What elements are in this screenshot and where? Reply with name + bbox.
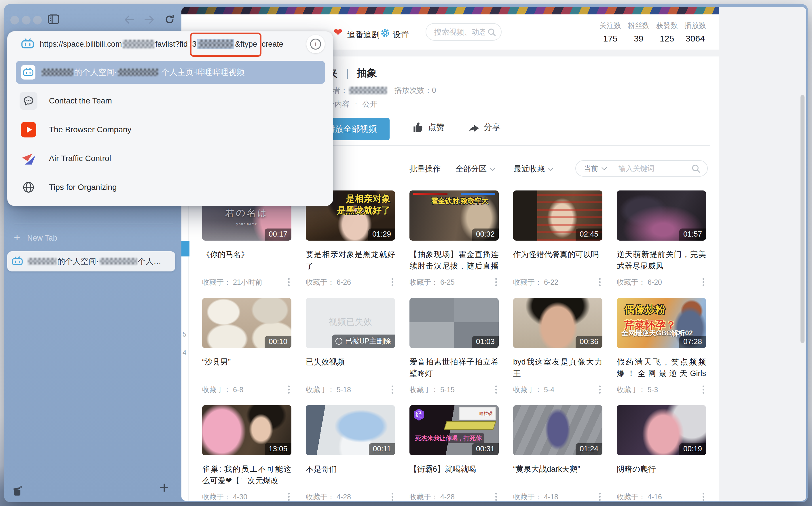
- video-card[interactable]: 00:11不是哥们收藏于： 4-28: [306, 405, 395, 475]
- video-title[interactable]: 【街霸6】就喝就喝: [409, 463, 499, 475]
- active-tab[interactable]: 的个人空间· 个人…: [7, 251, 175, 271]
- thumb-overlay-text: 是黑龙就好了: [337, 204, 391, 217]
- video-title[interactable]: 作为怪猎代餐真的可以吗: [513, 249, 602, 260]
- card-menu-button[interactable]: [597, 492, 602, 501]
- new-tab-button[interactable]: + New Tab: [14, 230, 173, 246]
- zoom-window-button[interactable]: [33, 16, 42, 24]
- settings-link[interactable]: 设置: [393, 29, 409, 40]
- card-menu-button[interactable]: [390, 492, 395, 501]
- duration-badge: 07:28: [679, 336, 706, 348]
- video-title[interactable]: 已失效视频: [306, 356, 395, 368]
- forward-button[interactable]: [144, 15, 155, 26]
- site-search-input[interactable]: [434, 25, 486, 39]
- menu-item-air-traffic-control[interactable]: Air Traffic Control: [7, 144, 333, 173]
- video-card[interactable]: 01:24“黄泉大战dark天鹅”收藏于： 4-18: [513, 405, 602, 475]
- card-menu-button[interactable]: [494, 385, 499, 395]
- video-title[interactable]: 不是哥们: [306, 463, 395, 475]
- video-title[interactable]: 逆天萌新提前关门，完美武器尽显威风: [617, 249, 706, 272]
- video-thumbnail[interactable]: 00:19: [617, 405, 706, 455]
- video-card[interactable]: 偶像炒粉芹菜怀孕？全网最逆天GBC解析0207:28假药满天飞，笑点频频爆！全网…: [617, 298, 706, 380]
- gear-icon[interactable]: [380, 28, 391, 39]
- menu-item-the-browser-company[interactable]: The Browser Company: [7, 115, 333, 144]
- video-thumbnail[interactable]: 00:10: [202, 298, 291, 348]
- video-title[interactable]: “黄泉大战dark天鹅”: [513, 463, 602, 475]
- video-title[interactable]: 雀巢: 我的员工不可能这么可爱❤【二次元爆改: [202, 463, 291, 486]
- card-menu-button[interactable]: [286, 385, 291, 395]
- menu-item-contact-the-team[interactable]: Contact the Team: [7, 86, 333, 115]
- video-card[interactable]: 霍金铁肘,致敬牢大00:32【抽象现场】霍金直播连续肘击汉尼拔，随后直播间被封收…: [409, 190, 499, 272]
- fav-row: 收藏于： 6-8: [202, 385, 291, 395]
- fav-row: 收藏于： 4-28: [306, 492, 395, 501]
- video-card[interactable]: 01:57逆天萌新提前关门，完美武器尽显威风收藏于： 6-20: [617, 190, 706, 272]
- video-card[interactable]: 00:10“沙县男”收藏于： 6-8: [202, 298, 291, 368]
- video-thumbnail[interactable]: 01:24: [513, 405, 602, 455]
- category-dropdown[interactable]: 全部分区: [455, 164, 494, 174]
- video-card[interactable]: 经哈拉硕!死杰米我让你喝，打死你00:31【街霸6】就喝就喝收藏于： 4-28: [409, 405, 499, 475]
- video-title[interactable]: 爱音拍素世拍祥子拍立希壁咚灯: [409, 356, 499, 379]
- video-title[interactable]: 假药满天飞，笑点频频爆！全网最逆天Girls Band Cry解析: [617, 356, 706, 380]
- stat-column[interactable]: 粉丝数39: [628, 21, 649, 44]
- video-card[interactable]: 视频已失效!已被UP主删除已失效视频收藏于： 5-18: [306, 298, 395, 368]
- url-row[interactable]: https://space.bilibili.com favlist?fid=3…: [7, 31, 333, 57]
- sort-dropdown[interactable]: 最近收藏: [514, 164, 552, 174]
- search-icon[interactable]: [691, 164, 701, 173]
- add-space-button[interactable]: +: [160, 480, 169, 496]
- stat-column[interactable]: 关注数175: [600, 21, 621, 44]
- card-menu-button[interactable]: [286, 492, 291, 501]
- video-card[interactable]: 00:36byd我这室友是真像大力王收藏于： 5-4: [513, 298, 602, 379]
- video-thumbnail[interactable]: 经哈拉硕!死杰米我让你喝，打死你00:31: [409, 405, 499, 455]
- card-menu-button[interactable]: [494, 492, 499, 501]
- video-thumbnail[interactable]: 00:36: [513, 298, 602, 348]
- reload-button[interactable]: [164, 14, 175, 26]
- batch-action-button[interactable]: 批量操作: [409, 164, 440, 174]
- site-search-box[interactable]: [426, 23, 502, 40]
- card-menu-button[interactable]: [390, 385, 395, 395]
- stat-column[interactable]: 获赞数125: [656, 21, 678, 44]
- video-thumbnail[interactable]: 视频已失效!已被UP主删除: [306, 298, 395, 348]
- video-thumbnail[interactable]: 01:57: [617, 190, 706, 241]
- card-menu-button[interactable]: [597, 277, 602, 287]
- fav-date: 收藏于： 6-25: [409, 277, 455, 287]
- card-menu-button[interactable]: [494, 277, 499, 287]
- video-card[interactable]: 02:45作为怪猎代餐真的可以吗收藏于： 6-22: [513, 190, 602, 260]
- video-thumbnail[interactable]: 霍金铁肘,致敬牢大00:32: [409, 190, 499, 241]
- card-menu-button[interactable]: [286, 277, 291, 287]
- video-title[interactable]: “沙县男”: [202, 356, 291, 368]
- minimize-window-button[interactable]: [22, 16, 30, 24]
- card-menu-button[interactable]: [701, 385, 706, 395]
- video-card[interactable]: 13:05雀巢: 我的员工不可能这么可爱❤【二次元爆改收藏于： 4-30: [202, 405, 291, 486]
- menu-item-tips-for-organizing[interactable]: Tips for Organizing: [7, 173, 333, 202]
- video-thumbnail[interactable]: 偶像炒粉芹菜怀孕？全网最逆天GBC解析0207:28: [617, 298, 706, 348]
- video-card[interactable]: 01:03爱音拍素世拍祥子拍立希壁咚灯收藏于： 5-15: [409, 298, 499, 379]
- card-menu-button[interactable]: [390, 277, 395, 287]
- like-button[interactable]: 点赞: [412, 121, 444, 134]
- back-button[interactable]: [124, 15, 135, 26]
- card-menu-button[interactable]: [701, 492, 706, 501]
- sidebar-toggle-icon[interactable]: [48, 14, 59, 25]
- video-title[interactable]: 【抽象现场】霍金直播连续肘击汉尼拔，随后直播间被封: [409, 249, 499, 272]
- url-suggestion-row[interactable]: 的个人空间· 个人主页-哔哩哔哩视频: [16, 61, 325, 84]
- search-scope-dropdown[interactable]: 当前: [576, 164, 612, 173]
- menu-item-label: The Browser Company: [49, 125, 131, 134]
- page-scrollbar[interactable]: [801, 95, 805, 343]
- sidebar-divider: [14, 224, 173, 224]
- library-icon[interactable]: [11, 485, 24, 498]
- stat-column[interactable]: 播放数3064: [685, 21, 706, 44]
- video-thumbnail[interactable]: 01:03: [409, 298, 499, 348]
- card-menu-button[interactable]: [597, 385, 602, 395]
- keyword-input[interactable]: [612, 164, 691, 173]
- card-menu-button[interactable]: [701, 277, 706, 287]
- video-thumbnail[interactable]: 00:11: [306, 405, 395, 455]
- video-title[interactable]: 要是相亲对象是黑龙就好了: [306, 249, 395, 272]
- share-button[interactable]: 分享: [468, 121, 500, 134]
- video-title[interactable]: 阴暗の爬行: [617, 463, 706, 475]
- info-button[interactable]: i: [306, 35, 325, 53]
- video-card[interactable]: 00:19阴暗の爬行收藏于： 4-16: [617, 405, 706, 475]
- search-icon[interactable]: [487, 28, 496, 38]
- video-title[interactable]: 《你的马名》: [202, 249, 291, 260]
- video-thumbnail[interactable]: 13:05: [202, 405, 291, 455]
- video-title[interactable]: byd我这室友是真像大力王: [513, 356, 602, 379]
- close-window-button[interactable]: [10, 16, 19, 24]
- bangumi-link[interactable]: 追番追剧: [347, 29, 380, 40]
- video-thumbnail[interactable]: 02:45: [513, 190, 602, 241]
